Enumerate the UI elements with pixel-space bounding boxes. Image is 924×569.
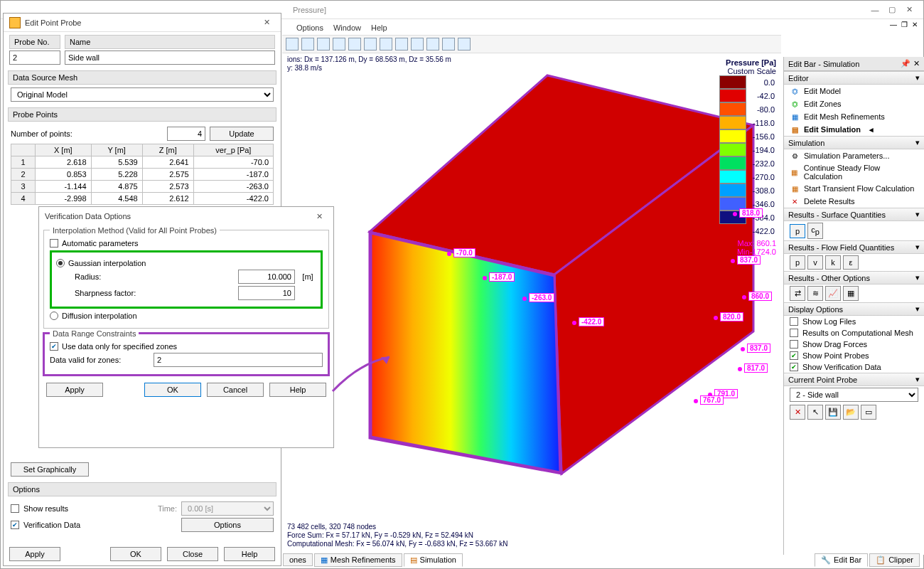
- datasource-label: Data Source Mesh: [8, 70, 276, 85]
- time-select: 0.00 [s]: [181, 501, 274, 516]
- tool-4[interactable]: [332, 37, 346, 51]
- apply-button[interactable]: Apply: [9, 547, 60, 561]
- group-simulation[interactable]: Simulation▾: [784, 136, 924, 149]
- item-edit-zones[interactable]: ⏣Edit Zones: [784, 97, 924, 110]
- btn-chart[interactable]: 📈: [825, 286, 841, 301]
- datasource-select[interactable]: Original Model: [11, 87, 274, 102]
- menu-options[interactable]: Options: [296, 23, 323, 32]
- zones-input[interactable]: [154, 353, 323, 367]
- group-results-surface[interactable]: Results - Surface Quantities▾: [784, 208, 924, 221]
- verif-data-check[interactable]: ✔: [11, 521, 19, 529]
- probe-no-input[interactable]: [9, 50, 60, 65]
- app-icon: [9, 17, 21, 28]
- tool-5[interactable]: [348, 37, 362, 51]
- tool-11[interactable]: [441, 37, 456, 51]
- group-results-flow[interactable]: Results - Flow Field Quantities▾: [784, 240, 924, 254]
- show-results-check[interactable]: [11, 504, 19, 513]
- tool-1[interactable]: [285, 37, 299, 51]
- opt-show-log[interactable]: Show Log Files: [784, 316, 924, 327]
- diffusion-radio[interactable]: [50, 312, 58, 320]
- btn-p2[interactable]: p: [790, 255, 805, 270]
- child-max-icon[interactable]: ❐: [901, 21, 908, 28]
- table-row[interactable]: 3-1.1444.8752.573-263.0: [11, 181, 274, 193]
- item-edit-mesh[interactable]: ▦Edit Mesh Refinements: [784, 110, 924, 123]
- probe-del[interactable]: ✕: [790, 405, 805, 420]
- sidebar-close-icon[interactable]: ✕: [913, 59, 920, 68]
- opt-show-probes[interactable]: ✔Show Point Probes: [784, 350, 924, 361]
- btn-arrows[interactable]: ⇄: [790, 286, 805, 301]
- gaussian-radio[interactable]: [56, 259, 65, 267]
- restore-icon[interactable]: —: [890, 21, 897, 28]
- btn-cp[interactable]: cp: [807, 223, 823, 239]
- item-cont-steady[interactable]: ▦Continue Steady Flow Calculation: [784, 162, 924, 182]
- probe-tag: -187.0: [489, 272, 515, 282]
- set-graphically-button[interactable]: Set Graphically: [11, 462, 89, 477]
- close-button[interactable]: Close: [167, 547, 218, 561]
- tool-2[interactable]: [301, 37, 315, 51]
- verif-help-button[interactable]: Help: [269, 383, 326, 397]
- num-points-input[interactable]: [167, 127, 205, 141]
- help-button[interactable]: Help: [224, 547, 275, 561]
- probe-save[interactable]: 💾: [825, 405, 841, 420]
- btn-v[interactable]: v: [807, 255, 823, 270]
- sharpness-input[interactable]: [238, 286, 295, 300]
- verif-close-icon[interactable]: ✕: [311, 209, 328, 223]
- options-button[interactable]: Options: [181, 518, 274, 532]
- table-row[interactable]: 4-2.9984.5482.612-422.0: [11, 193, 274, 205]
- btn-p[interactable]: p: [790, 224, 805, 238]
- item-start-transient[interactable]: ▦Start Transient Flow Calculation: [784, 182, 924, 195]
- group-results-other[interactable]: Results - Other Options▾: [784, 271, 924, 284]
- menu-window[interactable]: Window: [333, 23, 361, 32]
- maximize-icon[interactable]: ▢: [883, 3, 901, 17]
- probe-pick[interactable]: ↖: [807, 405, 823, 420]
- child-close-icon[interactable]: ✕: [912, 21, 918, 28]
- probe-win[interactable]: ▭: [861, 405, 876, 420]
- current-probe-select[interactable]: 2 - Side wall: [790, 388, 918, 402]
- group-current-probe[interactable]: Current Point Probe▾: [784, 373, 924, 386]
- tool-10[interactable]: [426, 37, 440, 51]
- verif-apply-button[interactable]: Apply: [46, 383, 103, 397]
- update-button[interactable]: Update: [210, 127, 274, 141]
- tool-7[interactable]: [379, 37, 393, 51]
- tool-12[interactable]: [457, 37, 471, 51]
- opt-show-drag[interactable]: Show Drag Forces: [784, 339, 924, 350]
- btn-eps[interactable]: ε: [843, 255, 859, 270]
- auto-params-check[interactable]: [50, 239, 58, 248]
- tool-8[interactable]: [394, 37, 409, 51]
- table-row[interactable]: 20.8535.2282.575-187.0: [11, 169, 274, 181]
- tool-9[interactable]: [410, 37, 424, 51]
- opt-results-mesh[interactable]: Results on Computational Mesh: [784, 327, 924, 339]
- name-input[interactable]: [65, 50, 275, 65]
- btn-table[interactable]: ▦: [843, 286, 859, 301]
- tool-3[interactable]: [316, 37, 331, 51]
- verif-ok-button[interactable]: OK: [144, 383, 201, 397]
- use-zones-check[interactable]: ✔: [50, 342, 58, 351]
- btn-k[interactable]: k: [825, 255, 841, 270]
- tab-zones[interactable]: ones: [283, 553, 313, 566]
- item-delete-results[interactable]: ✕Delete Results: [784, 195, 924, 208]
- tool-6[interactable]: [363, 37, 377, 51]
- sidebar-tab-editbar[interactable]: 🔧 Edit Bar: [815, 553, 868, 567]
- probe-open[interactable]: 📂: [843, 405, 859, 420]
- close-icon[interactable]: ✕: [901, 3, 918, 17]
- menu-help[interactable]: Help: [371, 23, 387, 32]
- radius-input[interactable]: [238, 270, 295, 284]
- group-editor[interactable]: Editor▾: [784, 71, 924, 85]
- minimize-icon[interactable]: —: [866, 3, 883, 17]
- tab-mesh-refinements[interactable]: ▦Mesh Refinements: [314, 553, 402, 567]
- dialog-close-icon[interactable]: ✕: [258, 16, 275, 30]
- ok-button[interactable]: OK: [110, 547, 161, 561]
- table-row[interactable]: 12.6185.5392.641-70.0: [11, 156, 274, 169]
- verif-cancel-button[interactable]: Cancel: [207, 383, 264, 397]
- item-edit-model[interactable]: ⏣Edit Model: [784, 85, 924, 97]
- viewport-3d[interactable]: ions: Dx = 137.126 m, Dy = 68.563 m, Dz …: [284, 54, 782, 555]
- item-sim-params[interactable]: ⚙Simulation Parameters...: [784, 149, 924, 162]
- btn-stream[interactable]: ≋: [807, 286, 823, 301]
- pin-icon[interactable]: 📌: [901, 59, 910, 68]
- options-label: Options: [8, 482, 276, 496]
- sidebar-tab-clipper[interactable]: 📋 Clipper: [869, 553, 920, 567]
- tab-simulation[interactable]: ▤Simulation: [404, 553, 463, 567]
- opt-show-verif[interactable]: ✔Show Verification Data: [784, 361, 924, 373]
- group-display[interactable]: Display Options▾: [784, 302, 924, 316]
- item-edit-simulation[interactable]: ▤Edit Simulation◂: [784, 123, 924, 136]
